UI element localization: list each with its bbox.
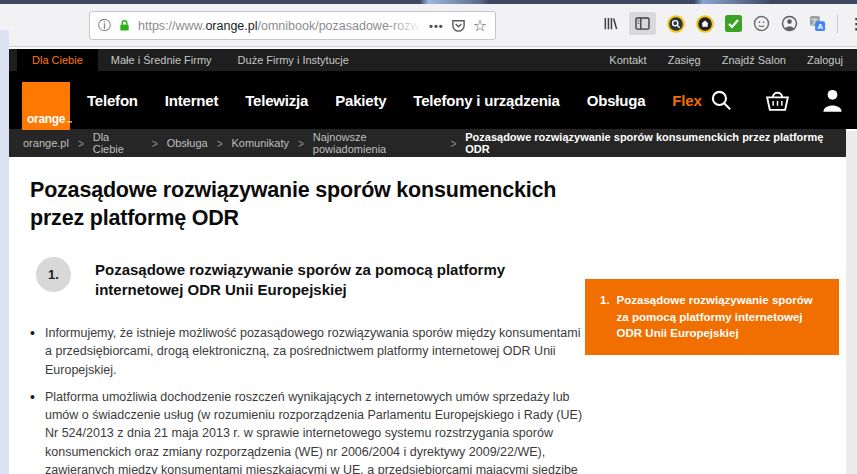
list-item: Informujemy, że istnieje możliwość pozas… [30, 324, 588, 379]
search-icon[interactable] [709, 88, 734, 113]
crumb-orange-pl[interactable]: orange.pl [23, 137, 69, 149]
section-heading: Pozasądowe rozwiązywanie sporów za pomoc… [95, 260, 570, 301]
link-zaloguj[interactable]: Zaloguj [807, 54, 843, 66]
page-scrollbar[interactable] [846, 131, 857, 474]
bullet-text: Platforma umożliwia dochodzenie roszczeń… [45, 390, 582, 474]
crumb-najnowsze[interactable]: Najnowsze powiadomienia [313, 131, 442, 155]
account-icon[interactable] [781, 15, 798, 32]
orange-logo-tm: ™ [66, 120, 72, 126]
section-nav-box[interactable]: 1. Pozasądowe rozwiązywanie sporów za po… [585, 279, 839, 355]
link-kontakt[interactable]: Kontakt [609, 54, 646, 66]
toolbar-separator [837, 14, 838, 33]
nav-icons [709, 88, 844, 113]
url-text[interactable]: https://www.orange.pl/omnibook/pozasadow… [138, 19, 422, 33]
utility-links: Kontakt Zasięg Znajdź Salon Zaloguj [609, 54, 857, 66]
pocket-icon[interactable] [451, 18, 466, 33]
extension-check-icon[interactable] [725, 15, 742, 32]
desktop-edge-strip [0, 30, 9, 474]
url-scheme: https://www. [138, 19, 205, 33]
link-znajdz-salon[interactable]: Znajdź Salon [722, 54, 786, 66]
extension-mask-icon[interactable] [753, 15, 770, 32]
crumb-dla-ciebie[interactable]: Dla Ciebie [93, 131, 143, 155]
bullet-list: Informujemy, że istnieje możliwość pozas… [30, 324, 588, 474]
segment-tab-dla-ciebie[interactable]: Dla Ciebie [17, 49, 98, 71]
chevron-right-icon: > [217, 136, 223, 150]
site-viewport: Dla Ciebie Małe i Średnie Firmy Duże Fir… [9, 47, 857, 474]
url-fade [388, 19, 422, 33]
chevron-right-icon: > [298, 136, 304, 150]
page-actions-icon[interactable]: ••• [429, 20, 444, 32]
list-item: Platforma umożliwia dochodzenie roszczeń… [30, 388, 588, 474]
segment-tab-male-firmy[interactable]: Małe i Średnie Firmy [98, 49, 225, 71]
translate-icon[interactable]: 文A [809, 15, 826, 32]
url-bar[interactable]: ⓘ https://www.orange.pl/omnibook/pozasad… [89, 11, 496, 40]
chevron-right-icon: > [78, 136, 84, 150]
sidebar-icon[interactable] [629, 12, 656, 35]
orange-logo-text: orange [27, 112, 65, 126]
svg-text:A: A [817, 22, 823, 31]
nav-items: Telefon Internet Telewizja Pakiety Telef… [87, 92, 702, 109]
library-icon[interactable] [603, 16, 618, 31]
lock-icon[interactable] [118, 19, 131, 32]
crumb-obsluga[interactable]: Obsługa [167, 137, 208, 149]
nav-item-telewizja[interactable]: Telewizja [245, 92, 308, 109]
link-zasieg[interactable]: Zasięg [668, 54, 701, 66]
nav-item-internet[interactable]: Internet [165, 92, 218, 109]
nav-item-pakiety[interactable]: Pakiety [335, 92, 386, 109]
main-nav: orange™ Telefon Internet Telewizja Pakie… [9, 71, 857, 129]
nav-item-obsluga[interactable]: Obsługa [587, 92, 646, 109]
crumb-komunikaty[interactable]: Komunikaty [231, 137, 288, 149]
breadcrumb: orange.pl > Dla Ciebie > Obsługa > Komun… [9, 129, 846, 157]
nav-item-flex[interactable]: Flex [672, 92, 701, 109]
nav-item-telefony-urzadzenia[interactable]: Telefony i urządzenia [413, 92, 559, 109]
chevron-right-icon: > [450, 136, 456, 150]
extension-search-icon[interactable] [667, 15, 685, 33]
crumb-current: Pozasądowe rozwiązywanie sporów konsumen… [465, 131, 846, 155]
page-content: Pozasądowe rozwiązywanie sporów konsumen… [9, 157, 857, 474]
basket-icon[interactable] [763, 88, 792, 113]
extension-home-icon[interactable] [696, 15, 714, 33]
utility-bar: Dla Ciebie Małe i Średnie Firmy Duże Fir… [9, 49, 857, 71]
nav-item-telefon[interactable]: Telefon [87, 92, 138, 109]
page-title: Pozasądowe rozwiązywanie sporów konsumen… [30, 177, 605, 233]
bullet-text: Informujemy, że istnieje możliwość pozas… [45, 326, 580, 377]
toolbar-extensions: 文A ⋮ [603, 12, 857, 35]
section-nav-number: 1. [600, 292, 610, 342]
menu-icon[interactable]: ⋮ [849, 15, 857, 33]
section-nav-label: Pozasądowe rozwiązywanie sporów za pomoc… [617, 292, 823, 342]
chevron-right-icon: > [152, 136, 158, 150]
bookmark-star-icon[interactable]: ☆ [473, 18, 487, 34]
segment-tab-duze-firmy[interactable]: Duże Firmy i Instytucje [225, 49, 362, 71]
browser-toolbar: ⓘ https://www.orange.pl/omnibook/pozasad… [0, 4, 857, 47]
person-icon[interactable] [821, 88, 844, 113]
url-domain: orange.pl [205, 19, 257, 33]
site-info-icon[interactable]: ⓘ [98, 19, 111, 32]
orange-logo[interactable]: orange™ [22, 82, 70, 130]
section-number-badge: 1. [36, 257, 71, 292]
